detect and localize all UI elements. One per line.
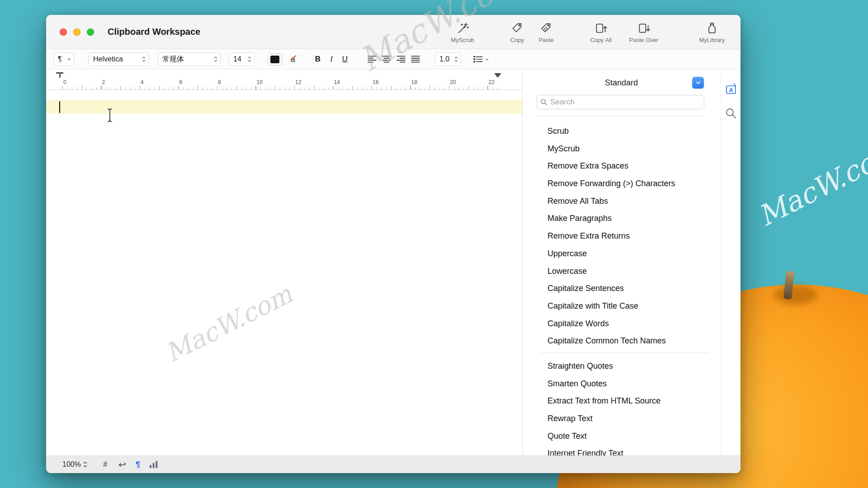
find-button[interactable] — [724, 107, 738, 120]
ink-bottle-icon — [690, 21, 734, 36]
cleaner-list-group1: ScrubMyScrubRemove Extra SpacesRemove Fo… — [523, 122, 720, 350]
orange-stem-shadow — [774, 286, 817, 305]
ruler-tick-label: 0 — [62, 79, 101, 85]
cleaner-list-item[interactable]: Remove Forwarding (>) Characters — [523, 175, 720, 192]
cleaner-list-item[interactable]: Uppercase — [523, 245, 720, 263]
text-caret — [59, 101, 60, 113]
preset-name: Standard — [523, 76, 720, 89]
copy-all-toolbar-button[interactable]: Copy All — [579, 21, 623, 47]
align-left-icon — [367, 55, 377, 63]
search-input[interactable] — [550, 98, 704, 107]
cleaner-list-item[interactable]: Capitalize Common Tech Names — [523, 332, 720, 350]
zoom-value: 100% — [62, 460, 81, 469]
magnifier-icon — [725, 107, 737, 120]
minimize-window-button[interactable] — [73, 28, 80, 36]
preset-dropdown-button[interactable] — [692, 77, 704, 89]
ruler-tick-label: 2 — [101, 79, 140, 85]
align-right-icon — [396, 55, 406, 63]
list-style-button[interactable] — [470, 52, 492, 66]
cleaner-list-item[interactable]: Remove All Tabs — [523, 192, 720, 210]
align-right-button[interactable] — [395, 52, 407, 66]
editor-column: 0246810121416182022 — [46, 70, 522, 455]
align-justify-icon — [410, 55, 420, 63]
paste-over-toolbar-button[interactable]: Paste Over — [622, 21, 665, 47]
stepper-icon — [213, 56, 218, 63]
paragraph-mark: ¶ — [58, 55, 62, 63]
svg-text:A: A — [729, 87, 733, 94]
right-indent-marker[interactable] — [494, 73, 501, 78]
desktop-background: Clipboard Workspace MyScrub — [0, 0, 868, 488]
toolbar-label: Paste — [524, 37, 568, 43]
highlighted-current-line — [46, 100, 522, 114]
zoom-control[interactable]: 100% — [62, 456, 88, 473]
cleaner-list-item[interactable]: MyScrub — [523, 140, 720, 158]
ruler-tick-label: 16 — [372, 79, 410, 85]
ibeam-mouse-cursor — [106, 108, 114, 124]
text-box-a-icon: A — [725, 83, 737, 95]
ruler-tick-label: 4 — [140, 79, 179, 85]
bold-button[interactable]: B — [312, 52, 324, 66]
line-spacing-value: 1.0 — [439, 55, 449, 63]
text-color-well[interactable] — [268, 53, 282, 66]
stepper-icon — [142, 56, 146, 63]
italic-button[interactable]: I — [326, 52, 337, 66]
underline-button[interactable]: U — [339, 52, 351, 66]
ruler-tick-label: 14 — [333, 79, 372, 85]
cleaner-list-group2: Straighten QuotesSmarten QuotesExtract T… — [523, 357, 720, 455]
font-size-select[interactable]: 14 — [229, 52, 255, 66]
app-window: Clipboard Workspace MyScrub — [46, 15, 741, 473]
cleaner-list-item[interactable]: Capitalize Sentences — [523, 280, 720, 297]
show-returns-button[interactable]: ↩ — [118, 456, 126, 473]
myscrub-toolbar-button[interactable]: MyScrub — [441, 21, 484, 47]
statistics-button[interactable] — [149, 456, 158, 473]
right-icon-strip: A — [720, 70, 740, 455]
line-spacing-select[interactable]: 1.0 — [435, 52, 461, 66]
chevron-down-icon — [485, 58, 489, 61]
cleaner-list-item[interactable]: Straighten Quotes — [523, 357, 720, 375]
cleaner-list-item[interactable]: Internet Friendly Text — [523, 445, 720, 455]
cleaner-list-item[interactable]: Scrub — [523, 122, 720, 140]
text-editor-area[interactable] — [46, 90, 522, 455]
font-style-select[interactable]: 常规体 — [158, 52, 221, 66]
font-family-select[interactable]: Helvetica — [89, 52, 149, 66]
highlight-color-button[interactable]: a — [286, 53, 300, 66]
clean-preview-button[interactable]: A — [724, 82, 738, 96]
paste-toolbar-button[interactable]: Paste — [524, 21, 568, 47]
paragraph-style-select[interactable]: ¶ — [53, 52, 74, 66]
show-invisibles-button[interactable]: ¶ — [136, 456, 140, 473]
preset-header: Standard — [523, 76, 720, 89]
cleaner-list-item[interactable]: Smarten Quotes — [523, 375, 720, 393]
align-center-button[interactable] — [380, 52, 393, 66]
ruler-tick-label: 12 — [294, 79, 333, 85]
format-toolbar: ¶ Helvetica 常规体 14 a B — [46, 49, 741, 69]
toolbar-label: Copy All — [579, 37, 623, 43]
cleaners-sidebar: Standard ScrubMyScrubRemove Extra Spaces… — [522, 70, 720, 455]
color-swatch — [270, 56, 279, 63]
document-arrow-up-icon — [579, 21, 623, 36]
word-count-button[interactable]: # — [103, 456, 107, 473]
sidebar-divider — [536, 116, 704, 117]
zoom-window-button[interactable] — [87, 28, 94, 36]
list-bullets-icon — [473, 55, 484, 63]
stepper-icon — [83, 460, 88, 469]
mylibrary-toolbar-button[interactable]: MyLibrary — [690, 21, 734, 47]
toolbar-label: MyScrub — [441, 37, 484, 43]
cleaner-list-item[interactable]: Remove Extra Returns — [523, 227, 720, 245]
stepper-icon — [247, 56, 252, 63]
sidebar-search-field[interactable] — [536, 95, 704, 109]
tab-stop-marker[interactable] — [56, 72, 63, 78]
ruler-tick-label: 8 — [217, 79, 256, 85]
cleaner-list-item[interactable]: Lowercase — [523, 263, 720, 280]
titlebar[interactable]: Clipboard Workspace MyScrub — [46, 15, 741, 49]
ruler: 0246810121416182022 — [46, 70, 522, 90]
cleaner-list-item[interactable]: Extract Text from HTML Source — [523, 392, 720, 410]
cleaner-list-item[interactable]: Rewrap Text — [523, 410, 720, 427]
align-left-button[interactable] — [366, 52, 378, 66]
cleaner-list-item[interactable]: Make Paragraphs — [523, 210, 720, 227]
cleaner-list-item[interactable]: Remove Extra Spaces — [523, 157, 720, 175]
cleaner-list-item[interactable]: Capitalize with Title Case — [523, 297, 720, 315]
cleaner-list-item[interactable]: Quote Text — [523, 427, 720, 445]
cleaner-list-item[interactable]: Capitalize Words — [523, 315, 720, 333]
align-justify-button[interactable] — [409, 52, 422, 66]
close-window-button[interactable] — [60, 28, 67, 36]
